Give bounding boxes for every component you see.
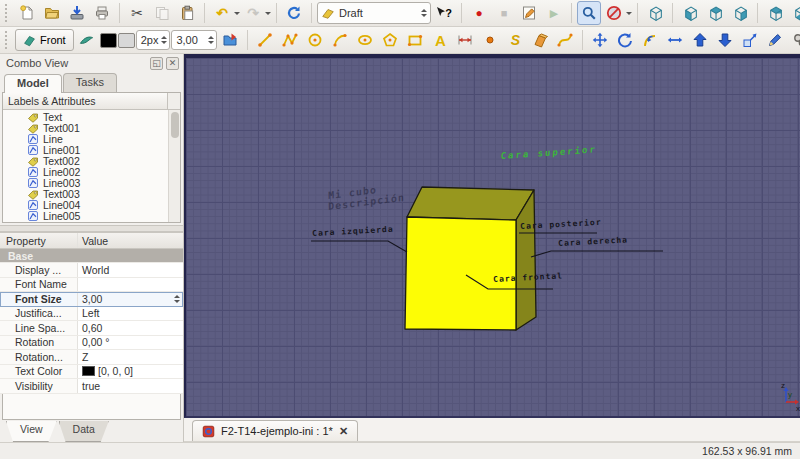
autogroup-button[interactable] [218, 28, 242, 52]
property-row-rotation[interactable]: Rotation 0,00 ° [0, 336, 183, 351]
draft-dimension-button[interactable] [453, 28, 477, 52]
paste-button[interactable] [175, 1, 199, 25]
tree-item-line[interactable]: Line003 [3, 177, 168, 188]
draft-upgrade-button[interactable] [688, 28, 712, 52]
text-size-spinner[interactable] [208, 33, 214, 47]
tab-tasks[interactable]: Tasks [63, 73, 117, 92]
undo-button[interactable]: ↶ [210, 1, 234, 25]
property-row-line-spacing[interactable]: Line Spa... 0,60 [0, 321, 183, 336]
bottom-view-button[interactable] [788, 1, 800, 25]
rear-view-button[interactable] [763, 1, 787, 25]
fit-all-button[interactable] [577, 1, 601, 25]
refresh-button[interactable] [282, 1, 306, 25]
panel-close-icon[interactable]: ✕ [166, 57, 179, 70]
property-group-base[interactable]: Base [0, 249, 183, 263]
draft-bezier-button[interactable] [553, 28, 577, 52]
panel-float-icon[interactable]: ◱ [150, 57, 163, 70]
draft-offset-button[interactable] [638, 28, 662, 52]
property-row-display[interactable]: Display ... World [0, 263, 183, 278]
draft-arc-button[interactable] [328, 28, 352, 52]
line-width-spinner[interactable] [161, 33, 167, 47]
draft-wire-button[interactable] [278, 28, 302, 52]
property-row-font-name[interactable]: Font Name [0, 278, 183, 293]
tree-item-line[interactable]: Line005 [3, 210, 168, 221]
draft-rectangle-button[interactable] [403, 28, 427, 52]
tab-view[interactable]: View [6, 421, 57, 442]
text-color-swatch[interactable] [82, 366, 95, 376]
font-size-spinner[interactable] [174, 292, 180, 306]
value-column-header[interactable]: Value [78, 233, 183, 248]
draft-text-button[interactable]: A [428, 28, 452, 52]
line-color-swatch[interactable] [100, 33, 117, 48]
front-view-button[interactable] [678, 1, 702, 25]
draft-circle-button[interactable] [303, 28, 327, 52]
axonometric-view-button[interactable] [643, 1, 667, 25]
save-button[interactable] [65, 1, 89, 25]
tree-item-text[interactable]: Text003 [3, 188, 168, 199]
draft-line-button[interactable] [253, 28, 277, 52]
tree-item-line[interactable]: Line004 [3, 199, 168, 210]
property-row-justification[interactable]: Justifica... Left [0, 307, 183, 322]
tree-scrollbar-thumb[interactable] [171, 112, 179, 138]
right-view-button[interactable] [728, 1, 752, 25]
workbench-selector[interactable]: Draft [317, 2, 431, 24]
tree-item-text[interactable]: Text [3, 111, 168, 122]
draft-polygon-button[interactable] [378, 28, 402, 52]
leader-line-derecha[interactable] [531, 251, 663, 257]
tab-model[interactable]: Model [4, 74, 62, 93]
property-row-font-size[interactable]: Font Size 3,00 [0, 292, 183, 307]
draft-facebinder-button[interactable] [528, 28, 552, 52]
draft-scale-button[interactable] [738, 28, 762, 52]
draft-bspline-button[interactable]: S [503, 28, 527, 52]
face-color-swatch[interactable] [118, 33, 135, 48]
tree-item-text[interactable]: Text002 [3, 155, 168, 166]
toolbar-grip[interactable] [5, 31, 10, 49]
print-button[interactable] [90, 1, 114, 25]
draft-edit-button[interactable] [763, 28, 787, 52]
macro-stop-button[interactable]: ■ [492, 1, 516, 25]
line-width-spinbox[interactable]: 2px [136, 30, 171, 50]
macro-play-button[interactable]: ▶ [542, 1, 566, 25]
cube-top-face[interactable] [407, 187, 534, 220]
document-tab[interactable]: F2-T14-ejemplo-ini : 1* ✕ [192, 420, 358, 441]
draft-ellipse-button[interactable] [353, 28, 377, 52]
property-row-rotation-axis[interactable]: Rotation... Z [0, 350, 183, 365]
whats-this-button[interactable]: ? [432, 1, 456, 25]
draft-rotate-button[interactable] [613, 28, 637, 52]
cube-front-face[interactable] [405, 217, 516, 330]
property-row-text-color[interactable]: Text Color [0, 0, 0] [0, 365, 183, 380]
redo-button[interactable]: ↷ [241, 1, 265, 25]
3d-viewport[interactable]: z y x Cara superior Mi cubo Descripción … [184, 54, 800, 418]
draft-downgrade-button[interactable] [713, 28, 737, 52]
tree-item-line[interactable]: Line001 [3, 144, 168, 155]
cut-button[interactable]: ✂ [125, 1, 149, 25]
text-size-spinbox[interactable]: 3,00 [171, 30, 217, 50]
redo-dropdown-caret[interactable] [265, 12, 271, 18]
tree-item-line[interactable]: Line002 [3, 166, 168, 177]
top-view-button[interactable] [703, 1, 727, 25]
draw-style-dropdown-caret[interactable] [626, 12, 632, 18]
combo-view-titlebar[interactable]: Combo View ◱ ✕ [0, 54, 183, 71]
working-plane-button[interactable]: Front [15, 29, 74, 51]
tree-scrollbar[interactable] [168, 110, 180, 222]
construction-mode-button[interactable] [75, 28, 99, 52]
toolbar-grip[interactable] [5, 4, 10, 22]
panel-splitter[interactable] [0, 225, 183, 232]
document-tab-close-icon[interactable]: ✕ [339, 425, 348, 438]
font-size-value[interactable]: 3,00 [82, 293, 102, 305]
tab-data[interactable]: Data [59, 421, 109, 442]
property-column-header[interactable]: Property [0, 233, 78, 248]
undo-dropdown-caret[interactable] [234, 12, 240, 18]
open-document-button[interactable] [40, 1, 64, 25]
tree-item-line[interactable]: Line [3, 133, 168, 144]
new-document-button[interactable] [15, 1, 39, 25]
draft-move-button[interactable] [588, 28, 612, 52]
draft-point-button[interactable] [478, 28, 502, 52]
draw-style-button[interactable] [602, 1, 626, 25]
macro-record-button[interactable]: ● [467, 1, 491, 25]
tree-header-labels-attributes[interactable]: Labels & Attributes [3, 93, 168, 110]
leader-line-izquierda[interactable] [311, 241, 407, 252]
property-row-visibility[interactable]: Visibility true [0, 379, 183, 394]
shape-2d-view-button[interactable] [788, 28, 800, 52]
tree-item-text[interactable]: Text001 [3, 122, 168, 133]
